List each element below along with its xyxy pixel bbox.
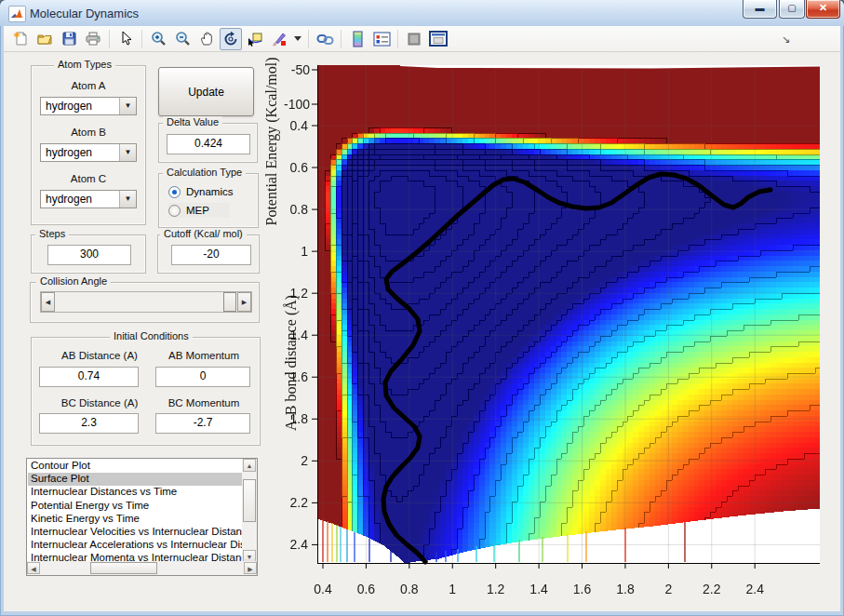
collision-angle-slider[interactable]: ◀ ▶ <box>40 291 252 313</box>
chevron-down-icon: ▼ <box>119 98 136 114</box>
pan-icon[interactable] <box>195 28 218 50</box>
toolbar-separator <box>141 30 142 48</box>
list-item[interactable]: Kinetic Energy vs Time <box>28 513 242 526</box>
hide-plot-tools-icon[interactable] <box>403 28 425 50</box>
horizontal-scroll-thumb[interactable] <box>90 562 157 574</box>
steps-panel: Steps 300 <box>31 234 146 274</box>
list-item[interactable]: Contour Plot <box>28 460 242 473</box>
atom-c-label: Atom C <box>32 173 145 184</box>
dynamics-radio[interactable]: Dynamics <box>168 184 233 199</box>
vertical-scrollbar[interactable]: ▲ ▼ <box>242 459 257 563</box>
titlebar: Molecular Dynamics ▬ ▢ ✕ <box>0 0 844 26</box>
data-cursor-icon[interactable] <box>244 28 266 50</box>
brush-icon[interactable] <box>268 28 290 50</box>
calculation-type-panel: Calculation Type Dynamics MEP <box>158 173 259 228</box>
plot-type-list: Contour PlotSurface PlotInternuclear Dis… <box>28 460 242 561</box>
pes-surface-plot[interactable] <box>317 65 820 563</box>
toolbar-separator <box>308 30 309 48</box>
minimize-button[interactable]: ▬ <box>743 0 777 19</box>
show-plot-tools-icon[interactable] <box>427 28 449 50</box>
slider-left-arrow[interactable]: ◀ <box>41 292 55 312</box>
ab-distance-field[interactable]: 0.74 <box>39 367 139 387</box>
brush-dropdown-caret-icon[interactable] <box>292 28 303 50</box>
chevron-down-icon: ▼ <box>119 191 136 208</box>
open-file-icon[interactable] <box>33 28 56 50</box>
ab-momentum-label: AB Momentum <box>153 350 255 361</box>
vertical-scroll-thumb[interactable] <box>243 479 256 522</box>
scroll-right-icon[interactable]: ▶ <box>244 562 257 574</box>
cutoff-title: Cutoff (Kcal/ mol) <box>160 228 247 239</box>
list-item[interactable]: Surface Plot <box>28 473 242 486</box>
arrow-cursor-icon[interactable] <box>114 28 137 50</box>
radio-icon <box>168 205 181 217</box>
figure-toolbar: ↘ <box>4 26 840 52</box>
atom-types-title: Atom Types <box>54 59 115 70</box>
plot-type-listbox[interactable]: Contour PlotSurface PlotInternuclear Dis… <box>26 458 258 576</box>
bc-momentum-label: BC Momentum <box>153 397 255 408</box>
new-file-icon[interactable] <box>9 28 32 50</box>
radio-icon <box>168 186 181 198</box>
chevron-down-icon: ▼ <box>119 144 136 161</box>
bc-distance-field[interactable]: 2.3 <box>39 413 139 434</box>
bc-distance-label: BC Distance (A) <box>39 397 160 408</box>
delta-value-panel: Delta Value 0.424 <box>158 123 258 163</box>
scroll-left-icon[interactable]: ◀ <box>27 562 40 574</box>
delta-value-field[interactable]: 0.424 <box>167 134 250 154</box>
horizontal-scrollbar[interactable]: ◀ ▶ <box>27 561 257 575</box>
toolbar-separator <box>109 30 110 48</box>
dock-figure-arrow-icon[interactable]: ↘ <box>782 33 790 46</box>
delta-value-title: Delta Value <box>163 116 222 127</box>
atom-a-value: hydrogen <box>46 100 92 113</box>
atom-b-label: Atom B <box>32 127 145 138</box>
list-item[interactable]: Internuclear Velocities vs Internuclear … <box>28 526 242 539</box>
bc-momentum-field[interactable]: -2.7 <box>155 413 250 434</box>
close-button[interactable]: ✕ <box>806 0 840 19</box>
window: Molecular Dynamics ▬ ▢ ✕ <box>0 0 844 616</box>
link-plots-icon[interactable] <box>314 28 336 50</box>
toolbar-separator <box>341 30 342 48</box>
calculation-type-title: Calculation Type <box>163 167 246 178</box>
list-item[interactable]: Potential Energy vs Time <box>28 500 242 513</box>
zoom-in-icon[interactable] <box>147 28 169 50</box>
list-item[interactable]: Internuclear Distances vs Time <box>28 486 242 499</box>
slider-thumb[interactable] <box>223 292 236 312</box>
initial-conditions-panel: Initial Conditions AB Distance (A) AB Mo… <box>31 337 261 446</box>
atom-a-dropdown[interactable]: hydrogen ▼ <box>40 97 137 115</box>
mep-radio-label: MEP <box>186 205 209 216</box>
legend-icon[interactable] <box>370 28 393 50</box>
window-title: Molecular Dynamics <box>30 7 139 20</box>
update-button[interactable]: Update <box>158 67 254 116</box>
atom-c-value: hydrogen <box>46 193 92 206</box>
colorbar-icon[interactable] <box>346 28 368 50</box>
toolbar-separator <box>397 30 398 48</box>
atom-b-value: hydrogen <box>46 146 92 159</box>
matlab-app-icon <box>8 6 26 22</box>
ab-momentum-field[interactable]: 0 <box>155 367 250 387</box>
dynamics-radio-label: Dynamics <box>186 186 233 197</box>
save-icon[interactable] <box>58 28 80 50</box>
collision-angle-panel: Collision Angle ◀ ▶ <box>30 282 260 323</box>
zoom-out-icon[interactable] <box>171 28 194 50</box>
print-icon[interactable] <box>82 28 104 50</box>
list-item[interactable]: Internuclear Momenta vs Internuclear Dis… <box>28 552 242 561</box>
atom-c-dropdown[interactable]: hydrogen ▼ <box>40 190 137 208</box>
atom-types-panel: Atom Types Atom A hydrogen ▼ Atom B hydr… <box>31 65 146 225</box>
scroll-up-icon[interactable]: ▲ <box>243 459 256 472</box>
ab-distance-label: AB Distance (A) <box>39 350 160 361</box>
steps-title: Steps <box>35 228 69 239</box>
cutoff-field[interactable]: -20 <box>171 245 251 265</box>
mep-radio[interactable]: MEP <box>168 203 230 218</box>
list-item[interactable]: Internuclear Accelerations vs Internucle… <box>28 539 242 552</box>
slider-right-arrow[interactable]: ▶ <box>237 292 251 312</box>
initial-conditions-title: Initial Conditions <box>110 330 193 341</box>
collision-angle-title: Collision Angle <box>36 275 111 287</box>
cutoff-panel: Cutoff (Kcal/ mol) -20 <box>157 234 260 274</box>
atom-b-dropdown[interactable]: hydrogen ▼ <box>40 143 137 162</box>
steps-field[interactable]: 300 <box>47 245 131 265</box>
maximize-button[interactable]: ▢ <box>779 0 805 19</box>
atom-a-label: Atom A <box>32 80 145 91</box>
rotate-3d-icon[interactable] <box>220 28 242 50</box>
